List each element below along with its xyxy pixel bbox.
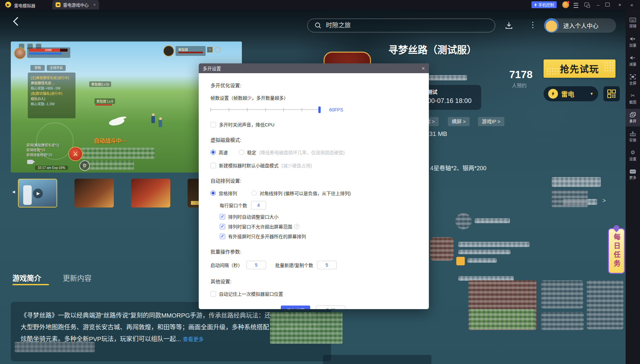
diagonal-arrange-radio[interactable] (251, 190, 257, 196)
disk-stable-radio[interactable] (239, 150, 244, 155)
download-icon[interactable] (504, 21, 514, 30)
censored-photo (587, 280, 623, 329)
mute-checkbox[interactable] (211, 122, 216, 127)
multi-window-icon (630, 112, 636, 117)
attack-button: ⚔ (68, 147, 83, 161)
save-settings-button[interactable]: 保存设置 (281, 306, 310, 309)
phone-control-label: 手机控制 (538, 2, 554, 8)
white-animal (108, 117, 125, 127)
censored-photo (541, 312, 584, 330)
censored-game-ui (80, 148, 155, 159)
user-avatar[interactable] (562, 1, 569, 8)
tab-close-icon[interactable]: × (93, 2, 96, 7)
carousel-prev-icon[interactable]: ◄ (11, 189, 16, 194)
censored-text-line (458, 250, 511, 254)
toolbar-label: 减量 (629, 61, 636, 67)
search-bar[interactable] (307, 19, 495, 32)
try-now-label: 抢先试玩 (560, 62, 599, 75)
toolbar-item-more[interactable]: 更多 (626, 166, 640, 183)
help-icon[interactable]: ? (294, 224, 299, 229)
fps-slider[interactable] (211, 106, 320, 113)
tag-landscape[interactable]: 横屏 > (448, 117, 470, 126)
censored-block (552, 190, 588, 207)
toolbar-item-keymap[interactable]: 按键 (626, 14, 640, 32)
profile-entry[interactable]: 进入个人中心 (544, 18, 616, 33)
mob-hp-bar (95, 104, 112, 106)
remember-position-checkbox[interactable] (211, 291, 216, 297)
try-now-button[interactable]: 抢先试玩 (544, 59, 615, 78)
channel-select[interactable]: 雷电 ▼ (544, 86, 598, 101)
game-settings-icon: ⚙ (79, 160, 90, 171)
maximize-icon[interactable] (605, 3, 610, 7)
collapse-sidebar-icon[interactable]: « (629, 2, 635, 8)
dialog-header[interactable]: 多开设置 × (199, 63, 429, 73)
media-thumbnail[interactable] (75, 179, 114, 207)
more-options-icon[interactable]: ⋮ (529, 20, 537, 29)
tab-update-content[interactable]: 更新内容 (63, 272, 92, 283)
chevron-down-icon: ▼ (590, 91, 594, 96)
phone-control-button[interactable]: 手机控制 (531, 1, 557, 8)
small-disk-hint: (减少硬盘占用) (281, 162, 312, 169)
keep-onscreen-label: 排列时窗口不允许超出屏幕范围 (228, 223, 292, 230)
media-thumbnail-selected[interactable]: ▶ (18, 179, 57, 207)
quest-line: 核心奖励 +955 -1W (31, 86, 73, 91)
quest-line: [主]黄骷髅怪毛皮(进行中) (31, 75, 73, 80)
svg-text:APK: APK (631, 134, 635, 136)
channel-label: 雷电 (561, 89, 574, 99)
censored-photo (270, 312, 343, 344)
mini-window-icon[interactable] (584, 3, 589, 7)
mute-label: 多开时关闭声音，降低CPU (219, 121, 275, 128)
toolbar-item-settings[interactable]: ⚙ 设置 (626, 147, 640, 164)
toolbar-item-multi-instance[interactable]: 多开 (626, 109, 640, 126)
game-clock: 10:17 am Exp:16% (35, 166, 68, 170)
auto-battle-text: 自动战斗中··· (94, 136, 127, 144)
avatar (544, 18, 559, 33)
small-disk-checkbox[interactable] (211, 163, 216, 168)
keep-onscreen-checkbox[interactable] (220, 224, 225, 229)
slider-tick (302, 108, 302, 111)
quest-line: 组队(0人) (31, 96, 73, 101)
cancel-button[interactable]: 取消 (316, 306, 345, 309)
auto-resize-checkbox[interactable] (220, 214, 225, 220)
per-row-input[interactable] (251, 201, 266, 209)
censored-text-line (458, 242, 530, 247)
search-input[interactable] (325, 22, 488, 29)
close-icon[interactable]: × (616, 2, 623, 8)
tag-game-ip[interactable]: 游戏IP > (478, 117, 504, 126)
minimize-icon[interactable]: – (595, 2, 601, 8)
fps-label: 帧数设置（帧数越少，多开数量越多） (211, 94, 416, 101)
toolbar-item-install-apk[interactable]: APK 安装 (626, 128, 640, 145)
copy-count-input[interactable] (317, 261, 337, 269)
game-title: 寻梦丝路（测试服） (388, 42, 477, 56)
slider-tick (247, 108, 247, 111)
toolbar-item-volume-up[interactable]: 加量 (626, 33, 640, 51)
test-badge: 测试 (428, 88, 477, 95)
grid-arrange-radio[interactable] (211, 190, 216, 196)
toolbar-item-screenshot[interactable]: ✂ 截图 (626, 90, 640, 108)
daily-task-banner[interactable]: 每日任务 (608, 228, 625, 274)
attack-icon: ⚔ (73, 150, 78, 157)
tab-game-center[interactable]: 雷电游戏中心 × (52, 0, 99, 9)
mp-bar (29, 53, 62, 55)
dialog-close-icon[interactable]: × (422, 66, 425, 71)
gear-icon: ⚙ (631, 150, 635, 155)
tab-game-intro[interactable]: 游戏简介 (12, 272, 41, 283)
menu-icon[interactable] (574, 3, 578, 8)
qr-code-button[interactable] (603, 86, 620, 101)
quest-line: [急]群伏骚乱(进行中) (31, 91, 73, 96)
slider-handle[interactable] (318, 107, 321, 113)
external-screen-checkbox[interactable] (220, 234, 225, 239)
channel-logo-icon (548, 89, 558, 99)
see-more-link[interactable]: 查看更多 (183, 337, 204, 342)
more-arrow[interactable]: > (602, 197, 606, 204)
toolbar-item-volume-down[interactable]: 减量 (626, 52, 640, 70)
toolbar-item-fullscreen[interactable]: 全屏 (626, 71, 640, 89)
media-thumbnail[interactable] (131, 179, 170, 207)
character-figure (159, 120, 162, 127)
keyboard-icon (630, 18, 636, 22)
disk-fast-radio[interactable] (211, 150, 216, 155)
camera-icon (27, 160, 33, 164)
character-figure (151, 116, 155, 123)
interval-input[interactable] (246, 261, 266, 269)
copy-count-label: 批量新建/复制个数 (275, 262, 313, 268)
